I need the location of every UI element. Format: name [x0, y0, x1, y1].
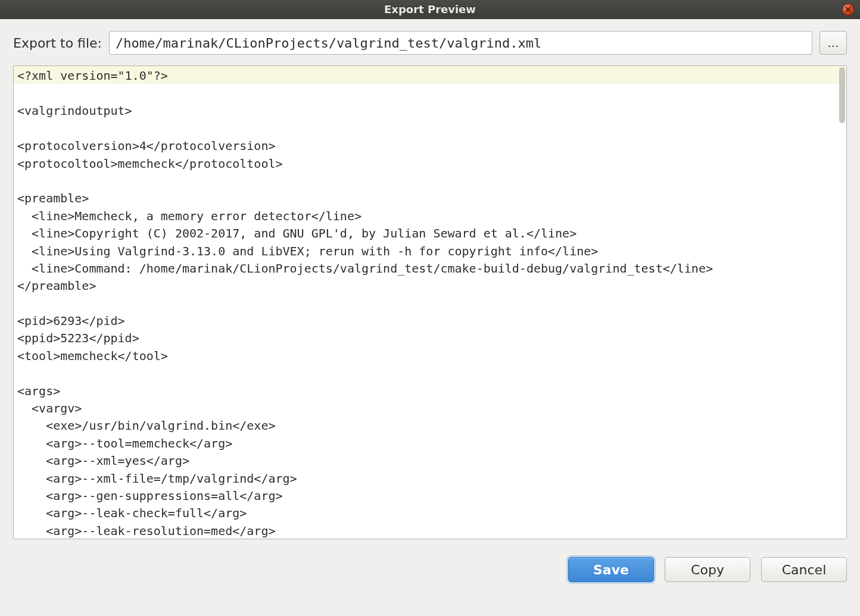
xml-body: <valgrindoutput> <protocolversion>4</pro…	[14, 84, 846, 539]
button-row: Save Copy Cancel	[0, 545, 860, 595]
browse-button[interactable]: ...	[820, 31, 847, 55]
scrollbar-track[interactable]	[839, 67, 845, 537]
preview-pane[interactable]: <?xml version="1.0"?> <valgrindoutput> <…	[13, 65, 847, 539]
export-file-input[interactable]	[109, 31, 812, 55]
close-button[interactable]	[842, 4, 854, 15]
save-button[interactable]: Save	[568, 557, 654, 582]
dialog-content: Export to file: ... <?xml version="1.0"?…	[0, 19, 860, 545]
export-file-label: Export to file:	[13, 36, 102, 51]
cancel-button-label: Cancel	[782, 562, 827, 577]
ellipsis-icon: ...	[827, 36, 839, 50]
close-icon	[845, 7, 851, 12]
save-button-label: Save	[593, 562, 629, 577]
file-row: Export to file: ...	[13, 31, 847, 55]
titlebar: Export Preview	[0, 0, 860, 19]
scrollbar-thumb[interactable]	[839, 67, 845, 123]
cancel-button[interactable]: Cancel	[761, 557, 847, 582]
window-title: Export Preview	[384, 3, 476, 15]
xml-declaration-line: <?xml version="1.0"?>	[14, 66, 846, 84]
copy-button[interactable]: Copy	[665, 557, 750, 582]
copy-button-label: Copy	[691, 562, 724, 577]
